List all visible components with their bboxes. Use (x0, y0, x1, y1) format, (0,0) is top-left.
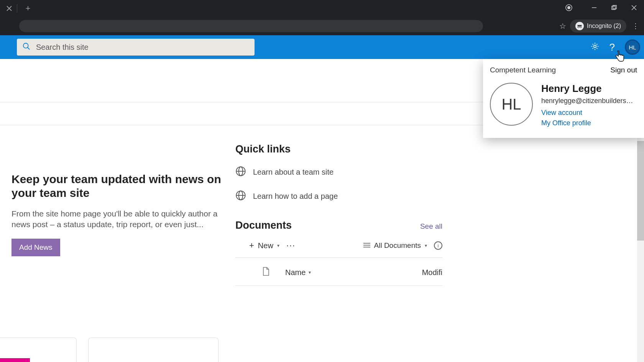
documents-table-header: Name ▾ Modifi (235, 258, 442, 286)
scrollbar[interactable] (637, 126, 644, 362)
chevron-down-icon: ▾ (277, 243, 279, 248)
svg-point-10 (593, 45, 596, 48)
list-icon (363, 241, 370, 250)
chevron-down-icon: ▾ (425, 243, 427, 248)
office-profile-link[interactable]: My Office profile (541, 119, 633, 127)
incognito-icon (575, 22, 584, 30)
news-description: From the site home page you'll be able t… (12, 208, 226, 230)
documents-header: Documents See all (235, 219, 442, 231)
bottom-tile[interactable] (88, 337, 219, 362)
column-modified[interactable]: Modifi (422, 268, 442, 277)
window-controls (559, 0, 644, 15)
new-button[interactable]: + New ▾ (249, 241, 279, 251)
profile-dot-icon[interactable] (559, 0, 579, 15)
view-selector[interactable]: All Documents ▾ (363, 241, 427, 250)
incognito-label: Incognito (2) (587, 23, 621, 29)
scrollbar-thumb[interactable] (637, 141, 644, 241)
tile-accent (0, 358, 30, 362)
flyout-avatar-initials: HL (501, 96, 521, 113)
info-icon[interactable]: i (434, 241, 442, 250)
address-row: ☆ Incognito (2) ⋮ (0, 17, 644, 35)
file-icon (262, 267, 270, 278)
svg-point-5 (578, 26, 579, 28)
svg-point-6 (580, 26, 582, 28)
help-icon[interactable]: ? (610, 41, 615, 53)
plus-icon: + (249, 241, 254, 251)
right-column: Quick links Learn about a team site Lear… (235, 143, 442, 286)
svg-point-1 (567, 6, 570, 9)
quick-link-item[interactable]: Learn about a team site (235, 166, 442, 179)
globe-icon (235, 166, 246, 179)
account-flyout: Competent Learning Sign out HL Henry Leg… (483, 59, 644, 138)
chrome-menu-icon[interactable]: ⋮ (630, 25, 641, 27)
sign-out-link[interactable]: Sign out (610, 66, 637, 74)
gear-icon[interactable] (590, 42, 600, 52)
cursor-pointer-icon (615, 51, 625, 64)
search-icon (22, 42, 31, 52)
bookmark-star-icon[interactable]: ☆ (559, 21, 566, 31)
quick-link-label: Learn about a team site (253, 168, 334, 177)
incognito-chip[interactable]: Incognito (2) (570, 20, 626, 33)
add-news-button[interactable]: Add News (12, 239, 60, 256)
svg-line-9 (28, 48, 30, 50)
svg-point-8 (23, 43, 28, 48)
quick-link-label: Learn how to add a page (253, 192, 338, 201)
sharepoint-topbar: ? HL (0, 35, 644, 59)
news-title: Keep your team updated with news on your… (12, 172, 226, 200)
tab-separator (17, 4, 17, 13)
quick-link-item[interactable]: Learn how to add a page (235, 190, 442, 203)
globe-icon (235, 190, 246, 203)
documents-heading: Documents (235, 219, 292, 231)
minimize-button[interactable] (584, 0, 604, 15)
address-bar[interactable] (19, 20, 483, 32)
close-tab-icon[interactable] (3, 2, 15, 15)
flyout-email: henrylegge@citizenbuilders.o... (541, 97, 633, 105)
news-block: Keep your team updated with news on your… (12, 172, 226, 256)
view-account-link[interactable]: View account (541, 109, 633, 117)
new-label: New (258, 241, 273, 250)
more-actions-icon[interactable]: ··· (286, 241, 296, 251)
view-label: All Documents (374, 241, 421, 250)
maximize-button[interactable] (604, 0, 624, 15)
close-window-button[interactable] (624, 0, 644, 15)
quick-links-heading: Quick links (235, 143, 442, 155)
see-all-link[interactable]: See all (420, 222, 442, 231)
org-name: Competent Learning (490, 66, 556, 74)
column-name[interactable]: Name ▾ (285, 268, 311, 277)
search-box[interactable] (17, 39, 255, 56)
avatar-button[interactable]: HL (625, 39, 640, 55)
bottom-tile[interactable] (0, 337, 77, 362)
new-tab-button[interactable]: + (22, 2, 34, 15)
search-input[interactable] (36, 43, 249, 52)
tab-strip: + (0, 0, 644, 17)
documents-toolbar: + New ▾ ··· All Documents ▾ i (235, 241, 442, 258)
browser-chrome: + ☆ Incognito (2) ⋮ (0, 0, 644, 35)
chevron-down-icon: ▾ (309, 270, 311, 275)
flyout-display-name: Henry Legge (541, 83, 633, 95)
flyout-avatar: HL (490, 83, 533, 126)
avatar-initials: HL (629, 44, 636, 51)
